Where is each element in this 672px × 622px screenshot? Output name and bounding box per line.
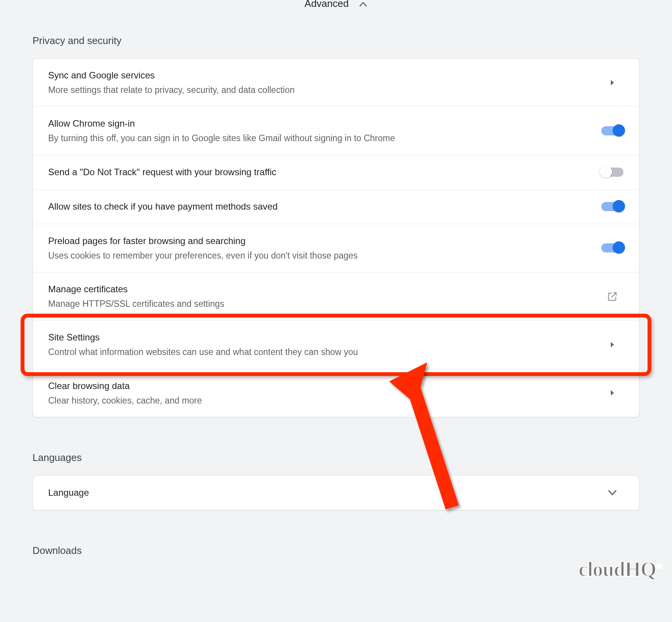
languages-card: Language xyxy=(32,475,640,510)
toggle-chrome-signin[interactable] xyxy=(601,126,623,135)
row-subtitle: Manage HTTPS/SSL certificates and settin… xyxy=(48,298,589,310)
row-title: Site Settings xyxy=(48,331,589,344)
row-title: Send a "Do Not Track" request with your … xyxy=(48,165,589,179)
row-site-settings[interactable]: Site Settings Control what information w… xyxy=(33,321,639,369)
row-sync-google-services[interactable]: Sync and Google services More settings t… xyxy=(33,59,639,107)
row-subtitle: Clear history, cookies, cache, and more xyxy=(48,394,589,407)
row-subtitle: Uses cookies to remember your preference… xyxy=(48,249,589,262)
privacy-section-title: Privacy and security xyxy=(32,35,672,47)
privacy-card: Sync and Google services More settings t… xyxy=(32,58,640,417)
row-subtitle: By turning this off, you can sign in to … xyxy=(48,132,589,145)
open-external-icon xyxy=(601,291,624,302)
row-title: Language xyxy=(48,486,589,500)
toggle-payment-methods[interactable] xyxy=(601,202,623,211)
row-title: Clear browsing data xyxy=(48,379,589,393)
row-title: Manage certificates xyxy=(48,282,589,296)
row-title: Sync and Google services xyxy=(48,68,589,82)
row-subtitle: More settings that relate to privacy, se… xyxy=(48,84,589,96)
chevron-up-icon xyxy=(359,2,367,7)
row-allow-chrome-signin[interactable]: Allow Chrome sign-in By turning this off… xyxy=(33,107,639,155)
row-do-not-track[interactable]: Send a "Do Not Track" request with your … xyxy=(33,155,639,190)
row-clear-browsing-data[interactable]: Clear browsing data Clear history, cooki… xyxy=(33,369,639,417)
toggle-preload-pages[interactable] xyxy=(601,243,623,252)
caret-right-icon xyxy=(601,390,624,396)
chevron-down-icon xyxy=(601,490,624,496)
toggle-do-not-track[interactable] xyxy=(601,168,623,177)
watermark: cloudHQ® xyxy=(579,557,662,581)
caret-right-icon xyxy=(601,80,624,86)
row-subtitle: Control what information websites can us… xyxy=(48,346,589,358)
row-title: Preload pages for faster browsing and se… xyxy=(48,234,589,248)
downloads-section-title: Downloads xyxy=(32,545,672,557)
advanced-header[interactable]: Advanced xyxy=(0,0,672,10)
row-preload-pages[interactable]: Preload pages for faster browsing and se… xyxy=(33,224,639,272)
row-payment-methods[interactable]: Allow sites to check if you have payment… xyxy=(33,190,639,224)
row-title: Allow sites to check if you have payment… xyxy=(48,200,589,213)
caret-right-icon xyxy=(601,342,624,348)
row-manage-certificates[interactable]: Manage certificates Manage HTTPS/SSL cer… xyxy=(33,272,639,321)
row-language[interactable]: Language xyxy=(33,475,639,510)
advanced-label: Advanced xyxy=(305,0,349,9)
languages-section-title: Languages xyxy=(32,452,672,464)
row-title: Allow Chrome sign-in xyxy=(48,117,589,130)
